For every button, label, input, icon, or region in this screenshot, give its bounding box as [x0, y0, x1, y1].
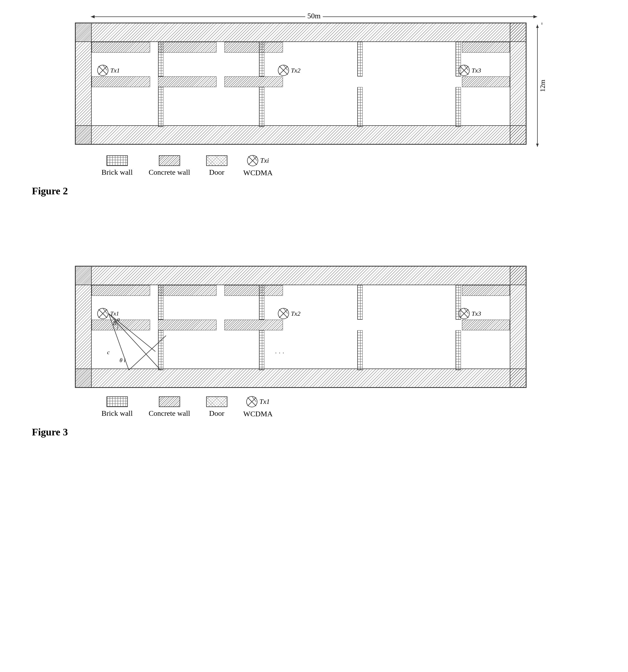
fig3-vdiv-l4 [456, 330, 461, 370]
fig3-concrete-u1 [92, 285, 150, 296]
fig3-legend-door-label: Door [209, 409, 225, 418]
fig3-ray-label-b: B [113, 320, 116, 327]
legend-wcdma-label: WCDMA [243, 169, 273, 177]
left-wall-hatch [76, 23, 92, 144]
fig3-concrete-l4 [462, 320, 510, 330]
legend-concrete-icon [159, 155, 180, 166]
lower-concrete-row [92, 76, 510, 87]
vdiv-upper-1 [158, 42, 163, 76]
fig3-vdiv-u2 [259, 285, 264, 320]
fig3-vdiv-l3 [357, 330, 363, 370]
vdiv-upper-2 [259, 42, 264, 76]
fig2-floor-plan: Tx1 Tx2 [75, 23, 527, 145]
figure3-container: Tx1 a [16, 266, 612, 438]
right-wall-hatch [510, 23, 526, 144]
vdiv-lower-3 [357, 87, 363, 127]
fig3-concrete-l3 [225, 320, 283, 330]
fig3-legend-concrete-icon [159, 397, 180, 407]
fig3-concrete-l2 [158, 320, 216, 330]
fig2-right-dim: 12m [527, 23, 553, 147]
fig3-antenna-tx3-label: Tx3 [471, 310, 481, 317]
concrete-seg-lower-2 [158, 76, 216, 87]
antenna-tx2: Tx2 [278, 65, 300, 76]
legend-wcdma-tx-label: Txi [260, 157, 269, 165]
antenna-tx3-icon [458, 65, 470, 76]
fig2-legend-wcdma: Txi WCDMA [243, 155, 273, 177]
fig3-antenna-tx1: Tx1 [97, 308, 119, 319]
fig3-ray-label-a: a [117, 316, 120, 322]
legend-concrete-label: Concrete wall [148, 168, 190, 176]
fig3-spacer [527, 266, 553, 388]
fig3-legend-brick-label: Brick wall [101, 409, 133, 418]
concrete-seg-lower-4 [462, 76, 510, 87]
fig3-antenna-tx3: Tx3 [458, 308, 481, 319]
figure2-label: Figure 2 [32, 185, 68, 196]
spacer [16, 213, 612, 266]
figure2-container: 50m [16, 10, 612, 197]
fig3-legend-door: Door [206, 397, 227, 418]
fig3-concrete-u3 [225, 285, 283, 296]
fig3-legend-concrete-label: Concrete wall [148, 409, 190, 418]
antenna-tx1-icon [97, 65, 109, 76]
fig3-legend-wcdma-tx-label: Tx1 [259, 398, 270, 406]
concrete-seg-upper-2 [158, 42, 216, 53]
fig2-legend-concrete: Concrete wall [148, 155, 190, 176]
vdiv-lower-1 [158, 87, 163, 127]
fig3-concrete-u4 [462, 285, 510, 296]
fig3-concrete-l1 [92, 320, 150, 330]
fig3-vdiv-l1 [158, 330, 163, 370]
vdiv-upper-3 [357, 42, 363, 76]
fig3-bottom-wall [76, 368, 526, 387]
fig3-vdiv-u1 [158, 285, 163, 320]
legend-door-icon [206, 155, 227, 166]
fig3-antenna-tx3-icon [458, 308, 470, 319]
fig2-wcdma-symbol: Txi [247, 155, 269, 166]
fig3-legend-wcdma-icon [246, 396, 258, 408]
vdiv-lower-2 [259, 87, 264, 127]
figure3-diagram: Tx1 a [75, 266, 553, 418]
fig2-legend: Brick wall Concrete wall Door T [101, 155, 553, 177]
fig3-concrete-u2 [158, 285, 216, 296]
fig3-left-wall [76, 267, 92, 387]
fig3-vdiv-u3 [357, 285, 363, 320]
legend-brick-label: Brick wall [101, 168, 133, 176]
legend-brick-icon [107, 155, 128, 166]
concrete-seg-lower-3 [225, 76, 283, 87]
figure3-label: Figure 3 [32, 426, 68, 437]
fig3-legend-wcdma: Tx1 WCDMA [243, 396, 273, 418]
fig3-dots: · · · [275, 349, 284, 357]
top-wall-hatch [76, 23, 526, 42]
fig3-legend-door-icon [206, 397, 227, 407]
antenna-tx2-label: Tx2 [291, 67, 300, 74]
fig3-antenna-tx2: Tx2 [278, 308, 300, 319]
upper-concrete-row [92, 42, 510, 53]
legend-door-label: Door [209, 168, 225, 176]
antenna-tx3: Tx3 [458, 65, 481, 76]
fig3-legend: Brick wall Concrete wall Door T [101, 396, 553, 418]
fig3-antenna-tx2-label: Tx2 [291, 310, 300, 317]
antenna-tx1-label: Tx1 [110, 67, 120, 74]
concrete-seg-lower-1 [92, 76, 150, 87]
antenna-tx2-icon [278, 65, 289, 76]
figure3-title: Figure 3 [32, 426, 612, 438]
concrete-seg-upper-4 [462, 42, 510, 53]
fig2-dim-top: 50m [305, 12, 323, 20]
fig3-floor-plan: Tx1 a [75, 266, 527, 388]
fig3-ray-label-c: c [107, 349, 110, 356]
fig3-legend-brick-icon [107, 397, 128, 407]
figure2-diagram: 50m [75, 10, 553, 177]
bottom-wall-hatch [76, 125, 526, 144]
fig3-legend-wcdma-label: WCDMA [243, 410, 273, 418]
concrete-seg-upper-1 [92, 42, 150, 53]
fig3-wcdma-symbol: Tx1 [246, 396, 270, 408]
fig3-top-wall [76, 267, 526, 285]
legend-wcdma-icon [247, 155, 258, 166]
fig2-legend-brick: Brick wall [101, 155, 133, 176]
fig3-ray-label-theta: θ i [119, 357, 125, 364]
vdiv-lower-4 [456, 87, 461, 127]
fig3-antenna-tx1-icon [97, 308, 109, 319]
fig3-legend-brick: Brick wall [101, 397, 133, 418]
antenna-tx3-label: Tx3 [471, 67, 481, 74]
concrete-seg-upper-3 [225, 42, 283, 53]
antenna-tx1: Tx1 [97, 65, 120, 76]
